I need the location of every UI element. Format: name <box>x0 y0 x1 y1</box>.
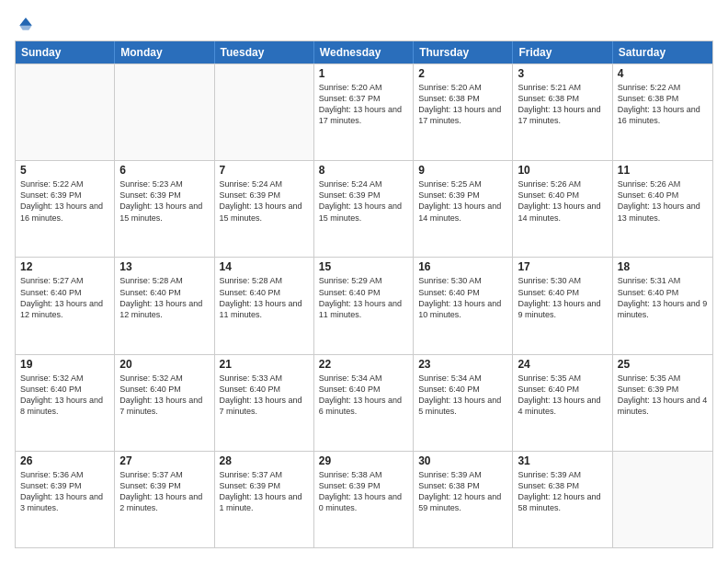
day-number: 8 <box>319 164 408 177</box>
cell-text: Sunrise: 5:26 AMSunset: 6:40 PMDaylight:… <box>518 178 607 224</box>
day-number: 31 <box>518 454 607 467</box>
day-cell-4: 4Sunrise: 5:22 AMSunset: 6:38 PMDaylight… <box>613 64 712 160</box>
day-number: 28 <box>220 454 309 467</box>
cell-text: Sunrise: 5:34 AMSunset: 6:40 PMDaylight:… <box>319 373 408 418</box>
day-cell-7: 7Sunrise: 5:24 AMSunset: 6:39 PMDaylight… <box>215 161 314 257</box>
cell-text: Sunrise: 5:38 AMSunset: 6:39 PMDaylight:… <box>319 469 408 514</box>
day-cell-6: 6Sunrise: 5:23 AMSunset: 6:39 PMDaylight… <box>115 161 214 257</box>
cell-text: Sunrise: 5:32 AMSunset: 6:40 PMDaylight:… <box>20 373 109 418</box>
calendar-header-row: SundayMondayTuesdayWednesdayThursdayFrid… <box>16 41 712 63</box>
cell-text: Sunrise: 5:39 AMSunset: 6:38 PMDaylight:… <box>518 469 607 514</box>
day-number: 16 <box>418 260 507 273</box>
day-number: 12 <box>20 260 109 273</box>
calendar-week-4: 26Sunrise: 5:36 AMSunset: 6:39 PMDayligh… <box>16 451 712 547</box>
day-cell-26: 26Sunrise: 5:36 AMSunset: 6:39 PMDayligh… <box>16 452 115 547</box>
cell-text: Sunrise: 5:33 AMSunset: 6:40 PMDaylight:… <box>220 373 309 418</box>
day-number: 14 <box>220 260 309 273</box>
header-cell-monday: Monday <box>115 41 214 63</box>
cell-text: Sunrise: 5:31 AMSunset: 6:40 PMDaylight:… <box>618 275 708 320</box>
header-cell-sunday: Sunday <box>16 41 115 63</box>
day-cell-2: 2Sunrise: 5:20 AMSunset: 6:38 PMDaylight… <box>414 64 513 160</box>
day-cell-22: 22Sunrise: 5:34 AMSunset: 6:40 PMDayligh… <box>314 355 414 451</box>
day-cell-5: 5Sunrise: 5:22 AMSunset: 6:39 PMDaylight… <box>16 161 115 257</box>
day-number: 9 <box>418 164 507 177</box>
day-cell-8: 8Sunrise: 5:24 AMSunset: 6:39 PMDaylight… <box>314 161 414 257</box>
day-cell-16: 16Sunrise: 5:30 AMSunset: 6:40 PMDayligh… <box>414 258 513 353</box>
cell-text: Sunrise: 5:20 AMSunset: 6:37 PMDaylight:… <box>319 82 408 127</box>
cell-text: Sunrise: 5:24 AMSunset: 6:39 PMDaylight:… <box>220 178 309 224</box>
day-cell-12: 12Sunrise: 5:27 AMSunset: 6:40 PMDayligh… <box>16 258 115 353</box>
day-cell-28: 28Sunrise: 5:37 AMSunset: 6:39 PMDayligh… <box>215 452 314 547</box>
day-cell-21: 21Sunrise: 5:33 AMSunset: 6:40 PMDayligh… <box>215 355 314 451</box>
day-number: 3 <box>518 67 607 80</box>
cell-text: Sunrise: 5:21 AMSunset: 6:38 PMDaylight:… <box>518 82 607 127</box>
empty-cell <box>215 64 314 160</box>
header-cell-tuesday: Tuesday <box>215 41 314 63</box>
cell-text: Sunrise: 5:27 AMSunset: 6:40 PMDaylight:… <box>20 275 109 320</box>
day-number: 21 <box>220 358 309 371</box>
day-number: 13 <box>119 260 209 273</box>
day-cell-25: 25Sunrise: 5:35 AMSunset: 6:39 PMDayligh… <box>613 355 712 451</box>
day-number: 30 <box>418 454 507 467</box>
calendar-week-0: 1Sunrise: 5:20 AMSunset: 6:37 PMDaylight… <box>16 63 712 160</box>
day-number: 19 <box>20 358 109 371</box>
day-number: 26 <box>20 454 109 467</box>
cell-text: Sunrise: 5:25 AMSunset: 6:39 PMDaylight:… <box>418 178 507 224</box>
cell-text: Sunrise: 5:35 AMSunset: 6:40 PMDaylight:… <box>518 373 607 418</box>
day-number: 20 <box>119 358 209 371</box>
calendar-week-3: 19Sunrise: 5:32 AMSunset: 6:40 PMDayligh… <box>16 354 712 451</box>
day-cell-19: 19Sunrise: 5:32 AMSunset: 6:40 PMDayligh… <box>16 355 115 451</box>
header-cell-friday: Friday <box>513 41 612 63</box>
day-number: 6 <box>119 164 209 177</box>
calendar-week-1: 5Sunrise: 5:22 AMSunset: 6:39 PMDaylight… <box>16 160 712 257</box>
cell-text: Sunrise: 5:22 AMSunset: 6:38 PMDaylight:… <box>618 82 708 127</box>
day-number: 18 <box>618 260 708 273</box>
header <box>15 15 713 33</box>
day-cell-29: 29Sunrise: 5:38 AMSunset: 6:39 PMDayligh… <box>314 452 414 547</box>
day-number: 1 <box>319 67 408 80</box>
page: SundayMondayTuesdayWednesdayThursdayFrid… <box>0 0 728 563</box>
day-number: 27 <box>119 454 209 467</box>
cell-text: Sunrise: 5:26 AMSunset: 6:40 PMDaylight:… <box>618 178 708 224</box>
day-number: 4 <box>618 67 708 80</box>
day-number: 22 <box>319 358 408 371</box>
header-cell-wednesday: Wednesday <box>314 41 414 63</box>
cell-text: Sunrise: 5:30 AMSunset: 6:40 PMDaylight:… <box>418 275 507 320</box>
day-cell-18: 18Sunrise: 5:31 AMSunset: 6:40 PMDayligh… <box>613 258 712 353</box>
logo-icon <box>17 15 35 33</box>
day-number: 23 <box>418 358 507 371</box>
day-number: 25 <box>618 358 708 371</box>
day-cell-30: 30Sunrise: 5:39 AMSunset: 6:38 PMDayligh… <box>414 452 513 547</box>
day-cell-20: 20Sunrise: 5:32 AMSunset: 6:40 PMDayligh… <box>115 355 214 451</box>
calendar-body: 1Sunrise: 5:20 AMSunset: 6:37 PMDaylight… <box>16 63 712 547</box>
empty-cell <box>16 64 115 160</box>
cell-text: Sunrise: 5:37 AMSunset: 6:39 PMDaylight:… <box>119 469 209 514</box>
day-cell-3: 3Sunrise: 5:21 AMSunset: 6:38 PMDaylight… <box>513 64 612 160</box>
day-number: 24 <box>518 358 607 371</box>
day-cell-13: 13Sunrise: 5:28 AMSunset: 6:40 PMDayligh… <box>115 258 214 353</box>
empty-cell <box>613 452 712 547</box>
day-cell-14: 14Sunrise: 5:28 AMSunset: 6:40 PMDayligh… <box>215 258 314 353</box>
cell-text: Sunrise: 5:28 AMSunset: 6:40 PMDaylight:… <box>220 275 309 320</box>
cell-text: Sunrise: 5:24 AMSunset: 6:39 PMDaylight:… <box>319 178 408 224</box>
cell-text: Sunrise: 5:28 AMSunset: 6:40 PMDaylight:… <box>119 275 209 320</box>
day-number: 15 <box>319 260 408 273</box>
day-cell-9: 9Sunrise: 5:25 AMSunset: 6:39 PMDaylight… <box>414 161 513 257</box>
day-number: 10 <box>518 164 607 177</box>
day-cell-31: 31Sunrise: 5:39 AMSunset: 6:38 PMDayligh… <box>513 452 612 547</box>
cell-text: Sunrise: 5:39 AMSunset: 6:38 PMDaylight:… <box>418 469 507 514</box>
cell-text: Sunrise: 5:30 AMSunset: 6:40 PMDaylight:… <box>518 275 607 320</box>
header-cell-saturday: Saturday <box>613 41 712 63</box>
day-cell-15: 15Sunrise: 5:29 AMSunset: 6:40 PMDayligh… <box>314 258 414 353</box>
cell-text: Sunrise: 5:29 AMSunset: 6:40 PMDaylight:… <box>319 275 408 320</box>
day-cell-10: 10Sunrise: 5:26 AMSunset: 6:40 PMDayligh… <box>513 161 612 257</box>
day-cell-17: 17Sunrise: 5:30 AMSunset: 6:40 PMDayligh… <box>513 258 612 353</box>
day-cell-24: 24Sunrise: 5:35 AMSunset: 6:40 PMDayligh… <box>513 355 612 451</box>
day-cell-23: 23Sunrise: 5:34 AMSunset: 6:40 PMDayligh… <box>414 355 513 451</box>
header-cell-thursday: Thursday <box>414 41 513 63</box>
day-cell-11: 11Sunrise: 5:26 AMSunset: 6:40 PMDayligh… <box>613 161 712 257</box>
empty-cell <box>115 64 214 160</box>
day-number: 29 <box>319 454 408 467</box>
day-number: 7 <box>220 164 309 177</box>
cell-text: Sunrise: 5:37 AMSunset: 6:39 PMDaylight:… <box>220 469 309 514</box>
